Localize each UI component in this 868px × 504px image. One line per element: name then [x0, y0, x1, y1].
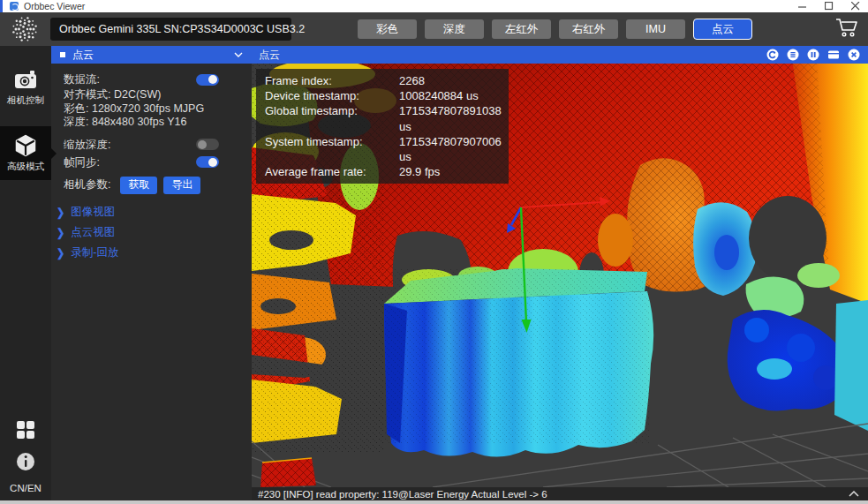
scale-depth-row: 缩放深度: — [64, 136, 252, 154]
app-window: Orbbec Viewer — [0, 0, 868, 504]
settings-panel-title: 点云 — [72, 48, 234, 63]
depth-profile-value: 深度: 848x480 30fps Y16 — [64, 116, 252, 130]
chevron-down-icon[interactable] — [234, 52, 243, 57]
sidebar-item-advanced-mode[interactable]: 高级模式 — [0, 126, 51, 180]
scale-depth-toggle[interactable] — [196, 139, 219, 150]
close-stream-icon[interactable] — [848, 49, 860, 61]
overlay-label: Average frame rate: — [265, 164, 399, 179]
section-record-playback[interactable]: ❯ 录制-回放 — [57, 243, 252, 263]
sidebar: 相机控制 高级模式 CN/EN — [0, 46, 51, 500]
status-message: #230 [INFO] read property: 119@Laser Ene… — [258, 489, 849, 500]
chevron-right-icon: ❯ — [57, 206, 64, 219]
overlay-value: 1715347807907006 us — [399, 134, 509, 164]
window-edge-accent — [0, 0, 3, 12]
stream-button-pointcloud[interactable]: 点云 — [693, 19, 752, 40]
chevron-up-icon[interactable] — [849, 491, 859, 497]
grid-apps-icon[interactable] — [15, 419, 36, 440]
align-mode-value: 对齐模式: D2C(SW) — [64, 88, 252, 102]
section-label: 点云视图 — [71, 225, 115, 240]
log-list-icon[interactable] — [787, 49, 799, 61]
overlay-label: Frame index: — [265, 73, 399, 88]
shopping-cart-icon[interactable] — [834, 17, 859, 40]
color-profile-value: 彩色: 1280x720 30fps MJPG — [64, 102, 252, 117]
language-toggle[interactable]: CN/EN — [10, 483, 42, 493]
stream-button-imu[interactable]: IMU — [626, 19, 685, 39]
sidebar-item-label: 高级模式 — [7, 161, 44, 173]
overlay-label: System timestamp: — [265, 134, 399, 164]
minimize-button[interactable] — [796, 1, 810, 12]
viewport-title: 点云 — [259, 48, 766, 63]
snapshot-icon[interactable] — [827, 49, 840, 61]
stream-button-left-ir[interactable]: 左红外 — [492, 19, 551, 39]
orbbec-logo-icon — [11, 15, 39, 43]
stream-buttons: 彩色 深度 左红外 右红外 IMU 点云 — [358, 19, 752, 40]
camera-icon — [13, 70, 38, 91]
overlay-label: Global timestamp: — [265, 103, 399, 133]
title-bar: Orbbec Viewer — [0, 0, 868, 12]
camera-params-row: 相机参数: 获取 导出 — [64, 176, 252, 195]
section-image-view[interactable]: ❯ 图像视图 — [57, 202, 252, 222]
section-label: 录制-回放 — [71, 245, 118, 260]
data-stream-row: 数据流: — [64, 71, 252, 88]
close-button[interactable] — [849, 1, 863, 12]
sidebar-item-label: 相机控制 — [7, 94, 44, 107]
pause-icon[interactable] — [807, 49, 819, 61]
frame-info-overlay: Frame index:2268 Device timestamp:100824… — [256, 69, 509, 184]
main-view: 点云 — [252, 46, 868, 500]
data-stream-label: 数据流: — [64, 73, 100, 86]
stream-button-right-ir[interactable]: 右红外 — [559, 19, 618, 39]
info-icon[interactable] — [16, 452, 35, 471]
overlay-value: 2268 — [399, 73, 509, 88]
frame-sync-label: 帧同步: — [64, 156, 100, 169]
section-pointcloud-view[interactable]: ❯ 点云视图 — [57, 222, 252, 243]
chevron-right-icon: ❯ — [57, 226, 64, 239]
data-stream-toggle[interactable] — [196, 74, 219, 86]
overlay-value: 29.9 fps — [399, 164, 509, 179]
status-bar: #230 [INFO] read property: 119@Laser Ene… — [252, 487, 868, 500]
cube-3d-icon — [13, 134, 38, 157]
square-bullet-icon — [60, 52, 65, 57]
settings-panel: 点云 数据流: 对齐模式: D2C(SW) 彩色: 1280x720 30fps… — [51, 46, 252, 500]
stream-button-color[interactable]: 彩色 — [358, 19, 417, 39]
toolbar: Orbbec Gemini 335L SN:CP3S34D0003C USB3.… — [0, 12, 868, 46]
get-params-button[interactable]: 获取 — [120, 177, 157, 194]
overlay-label: Device timestamp: — [265, 88, 399, 103]
maximize-button[interactable] — [822, 1, 836, 12]
stream-button-depth[interactable]: 深度 — [425, 19, 484, 39]
settings-panel-header[interactable]: 点云 — [51, 46, 252, 64]
chevron-right-icon: ❯ — [57, 246, 64, 260]
sidebar-item-camera-control[interactable]: 相机控制 — [0, 62, 51, 114]
reset-view-icon[interactable] — [766, 49, 779, 61]
viewport-header: 点云 — [252, 46, 868, 64]
scale-depth-label: 缩放深度: — [64, 139, 110, 151]
app-icon — [10, 2, 19, 11]
device-selector[interactable]: Orbbec Gemini 335L SN:CP3S34D0003C USB3.… — [50, 18, 291, 41]
export-params-button[interactable]: 导出 — [163, 177, 200, 194]
frame-sync-toggle[interactable] — [196, 156, 219, 168]
camera-params-label: 相机参数: — [64, 177, 110, 192]
overlay-value: 1008240884 us — [399, 88, 509, 103]
overlay-value: 1715347807891038 us — [399, 103, 509, 133]
point-cloud-viewport[interactable]: Frame index:2268 Device timestamp:100824… — [252, 64, 868, 487]
device-selector-value: Orbbec Gemini 335L SN:CP3S34D0003C USB3.… — [59, 23, 305, 35]
section-label: 图像视图 — [71, 205, 115, 220]
frame-sync-row: 帧同步: — [64, 154, 252, 171]
taskbar-edge — [0, 500, 868, 504]
window-title: Orbbec Viewer — [24, 1, 85, 11]
